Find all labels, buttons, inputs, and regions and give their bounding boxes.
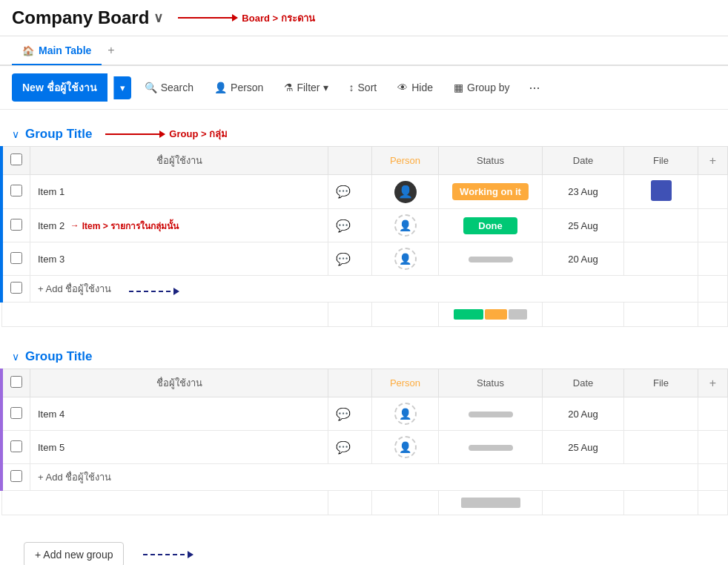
summary-person: [372, 303, 439, 327]
add-column-icon-1[interactable]: +: [709, 154, 716, 167]
group-section-1: ∨ Group Title Group > กลุ่ม ชื่อผู้ใช้งา…: [0, 122, 728, 327]
avatar-empty: 👤: [394, 403, 417, 425]
col-check-header-2: [1, 369, 30, 397]
add-row-plus-1: [698, 276, 728, 303]
table-row: Item 4 💬 👤 20 Aug: [1, 397, 728, 431]
summary-person-2: [372, 491, 439, 515]
row1-file: [624, 175, 698, 209]
row5-name: Item 5: [30, 431, 328, 464]
group-by-button[interactable]: ▦ Group by: [446, 77, 517, 98]
row2-arrow-icon: →: [70, 220, 79, 231]
row4-chat[interactable]: 💬: [328, 397, 372, 431]
table-row: Item 5 💬 👤 25 Aug: [1, 431, 728, 464]
hide-button[interactable]: 👁 Hide: [390, 77, 440, 98]
row3-status[interactable]: [439, 242, 543, 276]
row1-status[interactable]: Working on it: [439, 175, 543, 209]
row5-chat[interactable]: 💬: [328, 431, 372, 464]
row5-person: 👤: [372, 431, 439, 464]
row5-date: 25 Aug: [543, 431, 624, 464]
table-row: Item 1 💬 👤 Working on it 23 Aug: [1, 175, 728, 209]
row2-status[interactable]: Done: [439, 209, 543, 242]
group-section-2: ∨ Group Title ชื่อผู้ใช้งาน Person Statu…: [0, 345, 728, 515]
add-row-label-1[interactable]: + Add ชื่อผู้ใช้งาน: [38, 283, 111, 294]
row1-person: 👤: [372, 175, 439, 209]
add-column-icon-2[interactable]: +: [709, 377, 716, 389]
person-label: Person: [231, 82, 263, 93]
group-header-1: ∨ Group Title Group > กลุ่ม: [0, 122, 728, 146]
row2-file: [624, 209, 698, 242]
row5-status[interactable]: [439, 431, 543, 464]
add-row-1: + Add ชื่อผู้ใช้งาน: [1, 276, 728, 303]
add-row-cell-2[interactable]: + Add ชื่อผู้ใช้งาน: [30, 464, 698, 491]
group2-chevron[interactable]: ∨: [12, 351, 19, 363]
add-row-label-2[interactable]: + Add ชื่อผู้ใช้งาน: [38, 472, 111, 483]
group-by-label: Group by: [467, 82, 510, 93]
app-title: Company Board ∨: [12, 7, 163, 28]
chat-icon[interactable]: 💬: [336, 441, 351, 454]
select-all-checkbox-2[interactable]: [10, 376, 22, 388]
row2-chat[interactable]: 💬: [328, 209, 372, 242]
row1-check[interactable]: [1, 175, 30, 209]
filter-button[interactable]: ⚗ Filter ▾: [277, 77, 335, 98]
row3-add: [698, 242, 728, 276]
person-icon: 👤: [214, 82, 227, 93]
person-button[interactable]: 👤 Person: [207, 77, 271, 98]
new-item-dropdown[interactable]: ▾: [113, 76, 131, 99]
col-name-header-2: ชื่อผู้ใช้งาน: [30, 369, 328, 397]
toolbar: New ชื่อผู้ใช้งาน ▾ 🔍 Search 👤 Person ⚗ …: [0, 66, 728, 110]
add-row-cell-1[interactable]: + Add ชื่อผู้ใช้งาน: [30, 276, 698, 303]
group1-title[interactable]: Group Title: [25, 127, 92, 142]
sort-button[interactable]: ↕ Sort: [342, 77, 385, 98]
summary-file: [624, 303, 698, 327]
new-item-button[interactable]: New ชื่อผู้ใช้งาน: [12, 73, 107, 102]
table-row: Item 2 → Item > รายการในกลุ่มนั้น 💬 👤 Do…: [1, 209, 728, 242]
avatar-empty: 👤: [394, 214, 417, 237]
row4-add: [698, 397, 728, 431]
summary-bars-container-1: [446, 307, 535, 322]
group1-annotation-text: Group > กลุ่ม: [169, 126, 228, 142]
summary-date: [543, 303, 624, 327]
row4-date: 20 Aug: [543, 397, 624, 431]
row4-person: 👤: [372, 397, 439, 431]
file-thumbnail[interactable]: [651, 180, 672, 201]
arrow-line: [178, 17, 237, 19]
summary-empty-2: [1, 491, 328, 515]
col-person-header: Person: [372, 147, 439, 175]
col-check-header: [1, 147, 30, 175]
tab-main-table[interactable]: 🏠 Main Table: [12, 37, 102, 65]
summary-bar-working: [485, 309, 507, 320]
more-button[interactable]: ···: [523, 76, 546, 100]
group1-chevron[interactable]: ∨: [12, 128, 19, 140]
search-button[interactable]: 🔍 Search: [137, 77, 201, 98]
chat-icon[interactable]: 💬: [336, 253, 351, 265]
row4-status[interactable]: [439, 397, 543, 431]
table-row: Item 3 💬 👤 20 Aug: [1, 242, 728, 276]
row4-check[interactable]: [1, 397, 30, 431]
add-row-check: [1, 276, 30, 303]
group2-title[interactable]: Group Title: [25, 349, 92, 364]
row5-check[interactable]: [1, 431, 30, 464]
row1-name: Item 1: [30, 175, 328, 209]
add-group-button[interactable]: + Add new group: [24, 542, 124, 565]
col-status-header-2: Status: [439, 369, 543, 397]
tab-add[interactable]: +: [102, 36, 120, 65]
col-add-header[interactable]: +: [698, 147, 728, 175]
tabs-bar: 🏠 Main Table +: [0, 36, 728, 66]
row3-chat[interactable]: 💬: [328, 242, 372, 276]
col-add-header-2[interactable]: +: [698, 369, 728, 397]
row5-add: [698, 431, 728, 464]
summary-bar-done: [454, 309, 483, 320]
add-group-container: + Add new group: [12, 530, 716, 565]
avatar-empty: 👤: [394, 248, 417, 270]
row2-check[interactable]: [1, 209, 30, 242]
chat-icon[interactable]: 💬: [336, 219, 351, 232]
chat-icon[interactable]: 💬: [336, 185, 351, 198]
summary-row-1: [1, 303, 728, 327]
row3-check[interactable]: [1, 242, 30, 276]
row1-chat[interactable]: 💬: [328, 175, 372, 209]
chat-icon[interactable]: 💬: [336, 408, 351, 420]
group-by-icon: ▦: [454, 82, 463, 93]
select-all-checkbox-1[interactable]: [10, 153, 22, 165]
title-chevron[interactable]: ∨: [153, 10, 163, 26]
summary-bar-empty: [509, 309, 527, 320]
